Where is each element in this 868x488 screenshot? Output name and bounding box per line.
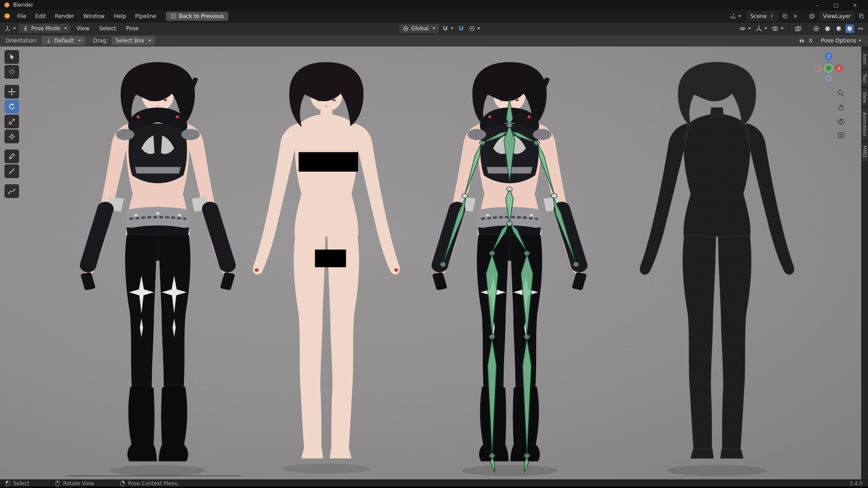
blender-version: 3.4.0: [849, 480, 863, 487]
editor-type-button[interactable]: [3, 24, 17, 33]
chevron-down-icon: [64, 28, 67, 29]
pose-mode-icon: [23, 26, 28, 32]
new-viewlayer-copy-icon[interactable]: [859, 13, 864, 19]
back-to-previous-label: Back to Previous: [179, 13, 224, 19]
menu-view[interactable]: View: [72, 24, 93, 33]
orientation-label: Orientation:: [5, 38, 38, 44]
window-controls: – □ ×: [807, 0, 864, 10]
pose-options-dropdown[interactable]: Pose Options: [820, 37, 863, 45]
tool-cursor[interactable]: [5, 65, 19, 79]
menu-pose[interactable]: Pose: [122, 24, 143, 33]
tool-pose-breakdowner[interactable]: [5, 184, 19, 198]
shading-wireframe-icon: [813, 25, 820, 32]
shading-material-button[interactable]: [834, 24, 844, 33]
gizmo-y-axis: Y: [827, 66, 830, 71]
menu-help[interactable]: Help: [109, 12, 130, 21]
overlays-icon: [772, 25, 778, 32]
pose-options-label: Pose Options: [821, 38, 856, 44]
visibility-dropdown[interactable]: [738, 24, 752, 33]
pin-icon[interactable]: [769, 14, 774, 19]
toggle-perspective-grid-icon[interactable]: [836, 130, 846, 140]
model-clothed-character[interactable]: [65, 56, 250, 479]
gizmo-z-axis: Z: [827, 54, 830, 59]
orientation-default-dropdown[interactable]: Default: [42, 36, 85, 45]
close-button[interactable]: ×: [845, 0, 864, 10]
gizmos-toggle[interactable]: [754, 24, 769, 33]
blender-menu-logo-icon[interactable]: [4, 13, 10, 19]
left-mouse-icon: [5, 480, 10, 487]
chevron-down-icon: [451, 28, 453, 29]
tool-measure[interactable]: [5, 164, 19, 178]
menu-select[interactable]: Select: [95, 24, 120, 33]
3d-viewport[interactable]: Z X Y Item Tool View Anima: [0, 47, 868, 479]
shading-solid-button[interactable]: [823, 24, 832, 33]
pan-hand-icon[interactable]: [836, 102, 846, 112]
tool-annotate[interactable]: [5, 150, 19, 163]
chevron-down-icon: [748, 28, 751, 29]
shading-rendered-icon: [846, 25, 853, 32]
mirror-icon[interactable]: [798, 38, 805, 44]
sidebar-tab-item[interactable]: Item: [861, 50, 868, 68]
new-scene-copy-icon[interactable]: [782, 13, 788, 19]
hint-select: Select: [5, 480, 29, 487]
menu-edit[interactable]: Edit: [31, 12, 50, 21]
tool-select-box[interactable]: [5, 50, 19, 64]
mirror-x-toggle[interactable]: X: [809, 38, 812, 44]
shading-material-icon: [835, 25, 842, 32]
menu-file[interactable]: File: [13, 12, 30, 21]
model-character-with-armature[interactable]: [417, 56, 602, 479]
viewport-side-controls: [836, 88, 846, 140]
sidebar-tab-mmd[interactable]: MMD: [861, 142, 868, 161]
transform-orientation-dropdown[interactable]: Global: [399, 24, 439, 33]
browse-scene-button[interactable]: [728, 12, 742, 20]
viewlayer-icon: [809, 13, 815, 19]
eye-icon: [739, 25, 746, 32]
xray-toggle[interactable]: [793, 24, 803, 33]
orientation-default-value: Default: [54, 38, 74, 44]
snap-dropdown[interactable]: [441, 24, 455, 33]
viewlayer-name-field[interactable]: ViewLayer: [820, 12, 854, 21]
camera-view-icon[interactable]: [836, 116, 846, 126]
menu-pipeline[interactable]: Pipeline: [131, 12, 160, 21]
model-wireframe-character[interactable]: [620, 56, 814, 479]
tool-move[interactable]: [5, 85, 19, 99]
middle-mouse-icon: [55, 480, 60, 487]
menu-render[interactable]: Render: [51, 12, 78, 21]
overlays-dropdown[interactable]: [770, 24, 785, 33]
scene-icon: [730, 13, 736, 19]
blender-window: Blender – □ × File Edit Render Window He…: [0, 0, 868, 488]
minimize-button[interactable]: –: [807, 0, 826, 10]
floor-grid-line: [66, 475, 241, 476]
drag-select-box-dropdown[interactable]: Select Box: [112, 36, 155, 45]
navigation-gizmo[interactable]: Z X Y: [813, 51, 844, 83]
sidebar-tab-view[interactable]: View: [861, 88, 868, 107]
proportional-editing-dropdown[interactable]: [467, 24, 481, 33]
scene-viewlayer-cluster: Scene ViewLayer: [728, 12, 864, 21]
tool-scale[interactable]: [5, 115, 19, 128]
zoom-icon[interactable]: [836, 88, 846, 98]
gizmo-x-axis: X: [838, 66, 840, 71]
chevron-down-icon: [13, 28, 16, 29]
scene-name-field[interactable]: Scene: [747, 12, 778, 21]
shading-rendered-button-active[interactable]: [845, 24, 854, 33]
tool-rotate-active[interactable]: [5, 100, 19, 113]
snap-toggle-active[interactable]: [457, 24, 466, 33]
maximize-button[interactable]: □: [826, 0, 845, 10]
chevron-down-icon: [148, 40, 151, 42]
shading-wireframe-button[interactable]: [811, 24, 821, 33]
drag-label: Drag:: [93, 38, 108, 44]
sidebar-tab-tool[interactable]: Tool: [861, 70, 868, 86]
right-mouse-icon: [120, 480, 125, 487]
tool-transform[interactable]: [5, 130, 19, 143]
sidebar-tab-animation[interactable]: Animation: [861, 108, 868, 140]
sidebar-tab-strip: Item Tool View Animation MMD: [861, 47, 868, 479]
menu-window[interactable]: Window: [79, 12, 108, 21]
drag-value: Select Box: [116, 38, 144, 44]
mode-dropdown[interactable]: Pose Mode: [19, 24, 71, 33]
chevron-down-icon: [764, 28, 767, 29]
expand-arrows-button[interactable]: [856, 24, 865, 33]
unlink-scene-x-icon[interactable]: [793, 14, 798, 19]
gizmo-axes-icon: [755, 25, 762, 32]
back-to-previous-button[interactable]: Back to Previous: [166, 12, 229, 21]
model-base-body-censored[interactable]: [234, 56, 419, 479]
